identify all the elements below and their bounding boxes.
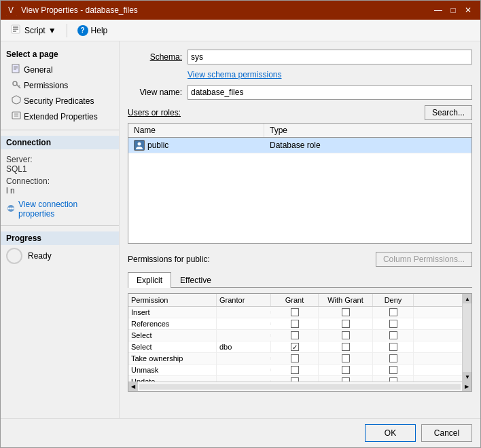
maximize-button[interactable]: □ xyxy=(446,3,460,17)
tab-explicit[interactable]: Explicit xyxy=(128,272,171,288)
perm-grant-take-ownership[interactable] xyxy=(271,353,319,364)
perm-grantor-take-ownership xyxy=(217,357,271,360)
script-button[interactable]: Script ▼ xyxy=(6,21,61,39)
cancel-button[interactable]: Cancel xyxy=(421,424,472,442)
perm-row-take-ownership[interactable]: Take ownership xyxy=(128,353,462,365)
perm-withgrant-select-dbo[interactable] xyxy=(319,341,373,352)
dialog-footer: OK Cancel xyxy=(1,418,480,447)
checkbox-deny-select[interactable] xyxy=(389,331,397,339)
perm-col-withgrant: With Grant xyxy=(319,294,373,306)
users-table-body: public Database role xyxy=(128,138,471,243)
perm-withgrant-select[interactable] xyxy=(319,330,373,341)
svg-rect-6 xyxy=(12,64,19,73)
checkbox-deny-references[interactable] xyxy=(389,320,397,328)
sidebar-item-security-predicates-label: Security Predicates xyxy=(24,96,94,106)
table-row[interactable]: public Database role xyxy=(128,138,471,153)
content-panel: Schema: View schema permissions View nam… xyxy=(120,41,480,418)
perm-deny-take-ownership[interactable] xyxy=(373,353,414,364)
name-cell: public xyxy=(128,138,264,153)
checkbox-withgrant-insert[interactable] xyxy=(342,308,350,316)
perm-withgrant-take-ownership[interactable] xyxy=(319,353,373,364)
sidebar-item-general[interactable]: General xyxy=(1,62,119,77)
column-permissions-button[interactable]: Column Permissions... xyxy=(376,252,472,267)
sidebar-item-permissions[interactable]: Permissions xyxy=(1,77,119,93)
perm-row-insert[interactable]: Insert xyxy=(128,307,462,318)
perm-withgrant-update[interactable] xyxy=(319,376,373,381)
checkbox-grant-references[interactable] xyxy=(291,320,299,328)
view-name-input[interactable] xyxy=(188,85,472,100)
perm-grant-insert[interactable] xyxy=(271,307,319,318)
permissions-table-container: Permission Grantor Grant With Grant Deny… xyxy=(128,293,472,392)
perm-grant-references[interactable] xyxy=(271,318,319,329)
checkbox-grant-unmask[interactable] xyxy=(291,366,299,374)
progress-spinner xyxy=(6,248,22,264)
perm-grant-update[interactable] xyxy=(271,376,319,381)
svg-point-17 xyxy=(8,207,10,209)
perm-row-references[interactable]: References xyxy=(128,318,462,330)
perm-row-select-dbo[interactable]: Select dbo ✓ xyxy=(128,341,462,353)
view-connection-properties-link[interactable]: View connection properties xyxy=(1,198,119,220)
sidebar-item-extended-properties[interactable]: Extended Properties xyxy=(1,109,119,124)
scroll-down-button[interactable]: ▼ xyxy=(463,372,471,381)
view-schema-permissions-link[interactable]: View schema permissions xyxy=(188,70,282,79)
h-scroll-left-button[interactable]: ◀ xyxy=(128,382,138,392)
checkbox-grant-take-ownership[interactable] xyxy=(291,354,299,362)
page-icon xyxy=(12,64,21,75)
checkbox-withgrant-select[interactable] xyxy=(342,331,350,339)
main-window: V View Properties - database_files — □ ✕… xyxy=(0,0,481,448)
perm-row-unmask[interactable]: Unmask xyxy=(128,365,462,376)
perm-deny-references[interactable] xyxy=(373,318,414,329)
svg-point-21 xyxy=(138,143,141,146)
perm-grant-select-dbo[interactable]: ✓ xyxy=(271,341,319,352)
perm-row-select[interactable]: Select xyxy=(128,330,462,341)
h-scroll-right-button[interactable]: ▶ xyxy=(462,382,471,392)
checkbox-deny-unmask[interactable] xyxy=(389,366,397,374)
server-label: Server: xyxy=(6,155,33,164)
perm-grant-unmask[interactable] xyxy=(271,365,319,375)
sidebar-item-security-predicates[interactable]: Security Predicates xyxy=(1,93,119,109)
perm-deny-insert[interactable] xyxy=(373,307,414,318)
checkbox-withgrant-references[interactable] xyxy=(342,320,350,328)
perm-deny-update[interactable] xyxy=(373,376,414,381)
perm-name-update: Update xyxy=(128,376,217,381)
checkbox-grant-select-dbo[interactable]: ✓ xyxy=(291,343,299,351)
checkbox-deny-take-ownership[interactable] xyxy=(389,354,397,362)
close-button[interactable]: ✕ xyxy=(461,3,475,17)
svg-text:V: V xyxy=(8,5,14,15)
checkbox-withgrant-unmask[interactable] xyxy=(342,366,350,374)
perm-deny-unmask[interactable] xyxy=(373,365,414,375)
perm-withgrant-insert[interactable] xyxy=(319,307,373,318)
perm-name-references: References xyxy=(128,318,217,329)
perm-name-unmask: Unmask xyxy=(128,365,217,375)
checkbox-deny-select-dbo[interactable] xyxy=(389,343,397,351)
checkbox-withgrant-select-dbo[interactable] xyxy=(342,343,350,351)
perm-deny-select[interactable] xyxy=(373,330,414,341)
perm-table-hscrollbar: ◀ ▶ xyxy=(128,381,471,391)
server-value: SQL1 xyxy=(6,164,27,174)
checkbox-deny-insert[interactable] xyxy=(389,308,397,316)
perm-deny-select-dbo[interactable] xyxy=(373,341,414,352)
schema-input[interactable] xyxy=(188,50,472,64)
checkbox-grant-select[interactable] xyxy=(291,331,299,339)
perm-col-deny: Deny xyxy=(373,294,414,306)
ok-button[interactable]: OK xyxy=(365,424,416,442)
main-content: Select a page General Permissions Securi… xyxy=(1,41,480,418)
search-button[interactable]: Search... xyxy=(425,105,472,120)
perm-grantor-unmask xyxy=(217,369,271,371)
perm-col-grantor: Grantor xyxy=(217,294,271,306)
help-button[interactable]: ? Help xyxy=(73,22,113,39)
schema-row: Schema: xyxy=(128,50,472,64)
checkbox-withgrant-take-ownership[interactable] xyxy=(342,354,350,362)
checkbox-grant-insert[interactable] xyxy=(291,308,299,316)
connection-link-icon xyxy=(6,204,16,215)
tab-effective[interactable]: Effective xyxy=(171,272,220,288)
perm-name-select: Select xyxy=(128,330,217,341)
scroll-up-button[interactable]: ▲ xyxy=(463,294,471,303)
perm-grant-select[interactable] xyxy=(271,330,319,341)
perm-row-update[interactable]: Update xyxy=(128,376,462,381)
perm-name-insert: Insert xyxy=(128,307,217,318)
perm-withgrant-references[interactable] xyxy=(319,318,373,329)
perm-withgrant-unmask[interactable] xyxy=(319,365,373,375)
minimize-button[interactable]: — xyxy=(431,3,445,17)
window-title: View Properties - database_files xyxy=(21,5,431,15)
